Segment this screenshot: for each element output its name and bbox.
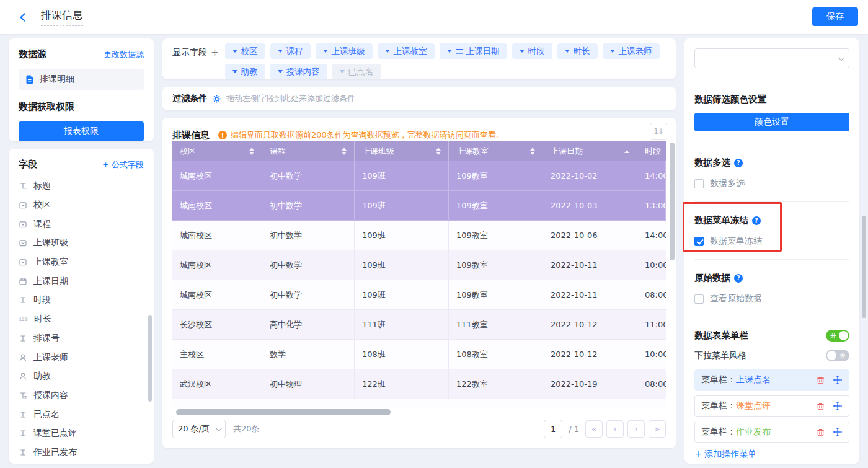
field-item-teacher[interactable]: 上课老师 [19, 348, 144, 367]
filter-panel[interactable]: 过滤条件 拖动左侧字段到此处来添加过滤条件 [162, 87, 676, 110]
first-page-button[interactable]: « [585, 420, 603, 438]
window-scrollbar[interactable] [862, 216, 866, 318]
last-page-button[interactable]: » [649, 420, 666, 438]
field-item-classroom[interactable]: 上课教室 [19, 253, 144, 272]
table-row[interactable]: 武汉校区 初中物理 122班 122教室 2022-10-19 08:00-0 [172, 369, 666, 399]
checkbox-checked[interactable] [694, 237, 704, 246]
chip-content[interactable]: 授课内容 [270, 64, 327, 79]
column-header-timeslot[interactable]: 时段 [637, 141, 666, 161]
trash-icon[interactable] [816, 428, 825, 437]
table-row[interactable]: 城南校区 初中数学 109班 109教室 2022-10-03 13:00-1 [172, 191, 666, 221]
table-horizontal-scrollbar[interactable] [176, 409, 391, 415]
color-settings-button[interactable]: 颜色设置 [694, 113, 849, 131]
settings-panel: 数据筛选颜色设置 颜色设置 数据多选 ? 数据多选 数据菜单冻结 ? 数据菜单冻… [684, 38, 859, 464]
style-select[interactable] [694, 48, 849, 68]
table-row[interactable]: 城南校区 初中数学 109班 109教室 2022-10-02 14:00-1 [172, 161, 666, 191]
field-item-date[interactable]: 上课日期 [19, 272, 144, 291]
raw-data-title: 原始数据 ? [694, 272, 849, 284]
column-header-date[interactable]: 上课日期 [543, 141, 637, 161]
report-permission-button[interactable]: 报表权限 [19, 121, 144, 141]
page-number-input[interactable]: 1 [544, 420, 562, 438]
table-row[interactable]: 城南校区 初中数学 109班 109教室 2022-10-11 10:00-1 [172, 250, 666, 280]
field-item-title[interactable]: 标题 [19, 177, 144, 196]
add-formula-field-link[interactable]: + 公式字段 [102, 159, 144, 170]
field-item-schedule-no[interactable]: 排课号 [19, 329, 144, 348]
change-datasource-link[interactable]: 更改数据源 [104, 49, 144, 60]
add-action-menu-link[interactable]: + 添加操作菜单 [694, 449, 849, 460]
pagination-bar: 20 条/页 共20条 1 / 1 « ‹ › » [172, 420, 666, 438]
page-size-select[interactable]: 20 条/页 [172, 420, 226, 438]
menubar-toggle-on[interactable]: 开 [826, 330, 849, 342]
field-item-duration[interactable]: 123 时长 [19, 310, 144, 329]
checkbox-unchecked[interactable] [694, 294, 704, 304]
row-order-button[interactable]: 1↓ [650, 123, 667, 140]
sort-carets-icon[interactable] [436, 148, 441, 155]
text-icon [19, 448, 27, 457]
field-item-timeslot[interactable]: 时段 [19, 291, 144, 310]
trash-icon[interactable] [816, 402, 825, 411]
chip-campus[interactable]: 校区 [225, 43, 265, 59]
chip-teacher[interactable]: 上课老师 [603, 43, 660, 59]
move-icon[interactable] [833, 427, 843, 437]
sort-carets-icon[interactable] [530, 148, 535, 155]
help-icon[interactable]: ? [734, 274, 743, 283]
toggle-knob [839, 331, 848, 340]
multi-select-checkbox-row[interactable]: 数据多选 [694, 178, 849, 189]
fields-scrollbar[interactable] [148, 315, 152, 402]
column-header-class[interactable]: 上课班级 [355, 141, 449, 161]
chip-timeslot[interactable]: 时段 [512, 43, 552, 59]
chip-rollcalled[interactable]: 已点名 [332, 64, 381, 79]
chip-assistant[interactable]: 助教 [225, 64, 265, 79]
field-item-assistant[interactable]: 助教 [19, 367, 144, 386]
datasource-item-label: 排课明细 [40, 74, 74, 85]
chip-date[interactable]: 上课日期 [440, 43, 507, 59]
sort-asc-icon[interactable] [624, 150, 629, 153]
field-item-homework[interactable]: 作业已发布 [19, 443, 144, 462]
datasource-item[interactable]: 排课明细 [19, 69, 144, 90]
field-item-campus[interactable]: 校区 [19, 196, 144, 215]
table-row[interactable]: 主校区 数学 108班 108教室 2022-10-12 10:00-1 [172, 340, 666, 369]
back-icon[interactable] [16, 11, 30, 24]
raw-data-checkbox-row[interactable]: 查看原始数据 [694, 293, 849, 304]
gear-icon[interactable] [212, 94, 221, 104]
table-row[interactable]: 城南校区 初中数学 109班 109教室 2022-10-06 14:00-1 [172, 221, 666, 250]
page-total: / 1 [569, 425, 579, 434]
menu-item-homework[interactable]: 菜单栏： 作业发布 [694, 422, 849, 443]
field-item-content[interactable]: 授课内容 [19, 386, 144, 405]
sort-carets-icon[interactable] [249, 148, 254, 155]
move-icon[interactable] [833, 375, 843, 385]
field-item-reviewed[interactable]: 课堂已点评 [19, 424, 144, 443]
divider [694, 201, 849, 202]
add-display-field-button[interactable]: + [211, 47, 219, 58]
checkbox-unchecked[interactable] [694, 179, 704, 188]
next-page-button[interactable]: › [627, 420, 645, 438]
schedule-table-panel: 排课信息 ! 编辑界面只取数据源前200条作为查询数据预览，完整数据请访问页面查… [162, 118, 676, 448]
chip-course[interactable]: 课程 [270, 43, 311, 59]
help-icon[interactable]: ? [752, 216, 761, 225]
chip-duration[interactable]: 时长 [557, 43, 598, 59]
menu-freeze-checkbox-row[interactable]: 数据菜单冻结 [694, 236, 849, 247]
move-icon[interactable] [833, 401, 843, 411]
dropdown-style-toggle-off[interactable]: 关 [826, 350, 849, 361]
field-item-course[interactable]: 课程 [19, 214, 144, 234]
sort-carets-icon[interactable] [342, 148, 347, 155]
table-vertical-scrollbar[interactable] [670, 143, 675, 260]
field-item-class[interactable]: 上课班级 [19, 234, 144, 253]
column-header-campus[interactable]: 校区 [172, 141, 262, 161]
save-button[interactable]: 保存 [812, 7, 858, 26]
chevron-down-icon [447, 50, 452, 53]
table-row[interactable]: 长沙校区 高中化学 111班 111教室 2022-10-12 11:00-1 [172, 310, 666, 340]
field-item-rollcalled[interactable]: 已点名 [19, 405, 144, 424]
column-header-classroom[interactable]: 上课教室 [449, 141, 543, 161]
menu-item-review[interactable]: 菜单栏： 课堂点评 [694, 395, 849, 417]
menu-item-rollcall[interactable]: 菜单栏： 上课点名 [694, 369, 849, 391]
divider [694, 317, 849, 317]
column-header-course[interactable]: 课程 [262, 141, 355, 161]
help-icon[interactable]: ? [734, 159, 743, 167]
trash-icon[interactable] [816, 376, 825, 385]
page-title[interactable]: 排课信息 [41, 8, 83, 26]
chip-classroom[interactable]: 上课教室 [378, 43, 435, 59]
table-row[interactable]: 城南校区 初中数学 109班 109教室 2022-10-11 08:00-0 [172, 280, 666, 310]
chip-class[interactable]: 上课班级 [316, 43, 373, 59]
prev-page-button[interactable]: ‹ [606, 420, 624, 438]
